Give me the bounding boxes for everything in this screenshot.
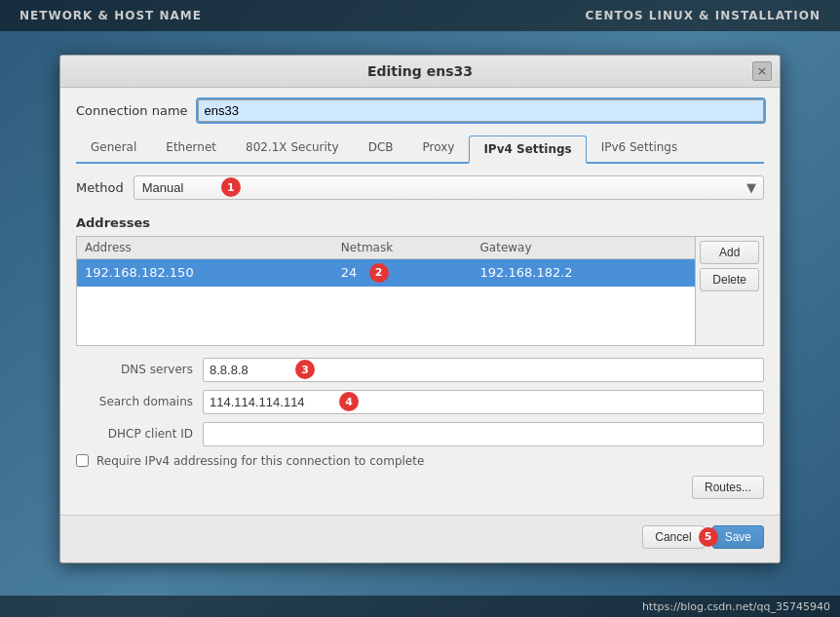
dialog-titlebar: Editing ens33 × xyxy=(60,56,780,88)
method-label: Method xyxy=(76,180,124,195)
delete-button[interactable]: Delete xyxy=(700,268,759,291)
editing-dialog: Editing ens33 × Connection name General … xyxy=(59,55,781,563)
col-gateway: Gateway xyxy=(473,237,696,259)
require-ipv4-row: Require IPv4 addressing for this connect… xyxy=(76,454,764,468)
connection-name-row: Connection name xyxy=(76,99,764,122)
dialog-title: Editing ens33 xyxy=(367,63,473,79)
empty-row xyxy=(77,287,695,316)
cell-gateway: 192.168.182.2 xyxy=(473,258,696,287)
cell-address: 192.168.182.150 xyxy=(77,258,333,287)
dialog-body: Connection name General Ethernet 802.1X … xyxy=(60,88,780,515)
save-badge: 5 xyxy=(699,527,718,547)
dhcp-client-id-input[interactable] xyxy=(203,422,764,446)
save-btn-wrapper: 5 Save xyxy=(712,525,764,549)
addresses-table-wrapper: Address Netmask Gateway 192.168.182.150 … xyxy=(76,236,764,346)
empty-row-2 xyxy=(77,316,695,345)
dns-servers-input[interactable] xyxy=(203,358,764,382)
tab-ipv4-settings[interactable]: IPv4 Settings xyxy=(469,135,586,164)
table-buttons: Add Delete xyxy=(695,237,763,345)
routes-row: Routes... xyxy=(76,476,764,499)
table-row[interactable]: 192.168.182.150 24 2 192.168.182.2 xyxy=(77,258,695,287)
connection-name-input[interactable] xyxy=(198,99,764,122)
close-button[interactable]: × xyxy=(752,61,772,81)
tab-proxy[interactable]: Proxy xyxy=(408,134,470,162)
method-row: Method Manual Automatic (DHCP) Link-Loca… xyxy=(76,175,764,200)
cancel-button[interactable]: Cancel xyxy=(642,525,704,549)
connection-name-label: Connection name xyxy=(76,103,188,118)
dns-servers-row: DNS servers 3 xyxy=(76,358,764,382)
method-select-wrapper: Manual Automatic (DHCP) Link-Local Only … xyxy=(134,175,764,200)
row-badge-2: 2 xyxy=(369,263,389,283)
require-ipv4-label[interactable]: Require IPv4 addressing for this connect… xyxy=(96,454,424,468)
search-domains-badge: 4 xyxy=(339,392,359,411)
col-address: Address xyxy=(77,237,333,259)
addresses-section: Addresses Address Netmask Gateway xyxy=(76,215,764,346)
dialog-overlay: Editing ens33 × Connection name General … xyxy=(0,0,840,617)
col-netmask: Netmask xyxy=(333,237,473,259)
tab-ethernet[interactable]: Ethernet xyxy=(151,134,231,162)
method-badge: 1 xyxy=(221,177,241,197)
cell-netmask: 24 2 xyxy=(333,258,473,287)
save-button[interactable]: Save xyxy=(712,525,764,549)
tabs-container: General Ethernet 802.1X Security DCB Pro… xyxy=(76,134,764,164)
routes-button[interactable]: Routes... xyxy=(692,476,764,499)
search-domains-input[interactable] xyxy=(203,390,764,414)
dhcp-client-id-row: DHCP client ID xyxy=(76,422,764,446)
search-domains-label: Search domains xyxy=(76,395,193,408)
dialog-footer: Cancel 5 Save xyxy=(60,515,780,562)
dns-servers-label: DNS servers xyxy=(76,363,193,376)
addresses-table: Address Netmask Gateway 192.168.182.150 … xyxy=(77,237,695,345)
bottom-bar: https://blog.csdn.net/qq_35745940 xyxy=(0,596,840,617)
dns-badge: 3 xyxy=(295,360,315,379)
tab-dcb[interactable]: DCB xyxy=(354,134,408,162)
tab-802-1x-security[interactable]: 802.1X Security xyxy=(231,134,354,162)
add-button[interactable]: Add xyxy=(700,241,759,264)
search-domains-row: Search domains 4 xyxy=(76,390,764,414)
addresses-title: Addresses xyxy=(76,215,764,230)
require-ipv4-checkbox[interactable] xyxy=(76,454,89,467)
tab-ipv6-settings[interactable]: IPv6 Settings xyxy=(587,134,693,162)
dhcp-client-id-label: DHCP client ID xyxy=(76,427,193,441)
tab-general[interactable]: General xyxy=(76,134,151,162)
bottom-url: https://blog.csdn.net/qq_35745940 xyxy=(642,600,830,613)
